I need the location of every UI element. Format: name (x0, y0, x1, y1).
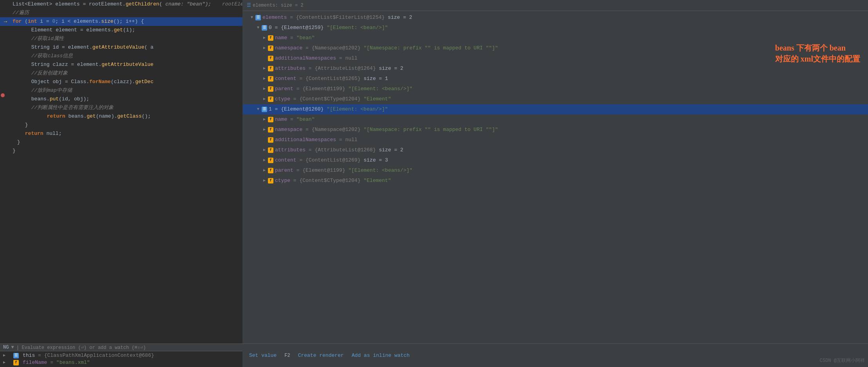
tree-item-1-ctype[interactable]: f ctype = {Content$CType@1204} "Element" (243, 176, 868, 186)
code-line: //反射创建对象 (0, 69, 242, 78)
tree-item-label: parent = {Element@1199} "[Element: <bean… (275, 85, 412, 93)
tree-item-1-addns[interactable]: f additionalNamespaces = null (243, 135, 868, 145)
tree-toggle-icon[interactable] (262, 66, 267, 71)
tree-item-0-attrs[interactable]: f attributes = {AttributeList@1264} size… (243, 64, 868, 74)
field-icon: f (268, 56, 273, 61)
code-panel: List<Element> elements = rootElement.get… (0, 0, 243, 343)
tree-item-0[interactable]: ☰ 0 = {Element@1259} "[Element: <bean/>]… (243, 23, 868, 33)
execution-arrow-icon: → (4, 18, 7, 25)
list-field-icon: ☰ (262, 107, 267, 112)
tree-toggle-icon[interactable] (255, 107, 261, 112)
expand-icon[interactable]: ▶ (3, 352, 11, 359)
field-icon: f (268, 137, 273, 143)
var-row-filename[interactable]: ▶ f fileName = "beans.xml" (3, 359, 239, 366)
code-line: //判断属性中是否有需要注入的对象 (0, 104, 242, 112)
tree-toggle-icon[interactable] (255, 25, 261, 31)
field-icon: f (268, 66, 273, 71)
code-content: Object obj = Class.forName(clazz).getDec (11, 78, 242, 86)
list-field-icon: ☰ (262, 25, 267, 31)
f2-key-badge: F2 (284, 353, 290, 358)
tree-toggle-icon[interactable] (262, 158, 267, 163)
list-icon: ☰ (13, 353, 19, 358)
var-this-label: this = {ClassPathXmlApplicationContext@6… (23, 352, 154, 359)
filter-icon[interactable]: ▼ (11, 345, 14, 350)
vars-rows: ▶ ☰ this = {ClassPathXmlApplicationConte… (0, 351, 242, 367)
code-content: } (11, 121, 242, 129)
tree-item-0-addns[interactable]: f additionalNamespaces = null (243, 53, 868, 64)
breakpoint-icon (1, 93, 5, 97)
code-line: beans.put(id, obj); (0, 95, 242, 104)
tree-item-0-namespace[interactable]: f namespace = {Namespace@1202} "[Namespa… (243, 43, 868, 53)
tree-item-1[interactable]: ☰ 1 = {Element@1260} "[Element: <bean/>]… (243, 104, 868, 114)
var-row-this[interactable]: ▶ ☰ this = {ClassPathXmlApplicationConte… (3, 352, 239, 359)
code-content: String id = element.getAttributeValue( a (11, 44, 242, 51)
left-bottom: NG ▼ | Evaluate expression (⏎) or add a … (0, 344, 243, 367)
list-icon: ☰ (247, 2, 251, 8)
tree-item-0-name[interactable]: f name = "bean" (243, 33, 868, 43)
tree-item-0-content[interactable]: f content = {ContentList@1265} size = 1 (243, 74, 868, 84)
tree-item-1-name[interactable]: f name = "bean" (243, 114, 868, 125)
vars-toolbar: NG ▼ | Evaluate expression (⏎) or add a … (0, 344, 242, 351)
tree-toggle-icon[interactable] (262, 178, 267, 184)
tree-toggle-icon[interactable] (262, 147, 267, 153)
code-content: return null; (11, 130, 242, 138)
tree-toggle-icon[interactable] (262, 86, 267, 92)
tree-item-0-parent[interactable]: f parent = {Element@1199} "[Element: <be… (243, 84, 868, 94)
debug-top-bar: ☰ elements: size = 2 (243, 0, 868, 11)
set-value-button[interactable]: Set value (249, 352, 277, 358)
code-line: return null; (0, 129, 242, 138)
tree-item-0-ctype[interactable]: f ctype = {Content$CType@1204} "Element" (243, 94, 868, 104)
tree-toggle-icon[interactable] (262, 168, 267, 173)
tree-toggle-icon[interactable] (262, 76, 267, 82)
expand-icon[interactable]: ▶ (3, 359, 11, 366)
tree-item-1-content[interactable]: f content = {ContentList@1269} size = 3 (243, 155, 868, 165)
code-content: //遍历 (11, 9, 242, 17)
code-content: return beans.get(name).getClass(); (11, 113, 242, 120)
create-renderer-button[interactable]: Create renderer (298, 352, 344, 358)
tree-toggle-icon[interactable] (262, 127, 267, 133)
code-line: return beans.get(name).getClass(); (0, 112, 242, 121)
code-content: for (int i = 0; i < elements.size(); i++… (11, 18, 242, 25)
code-content: //放到map中存储 (11, 87, 242, 94)
code-content: List<Element> elements = rootElement.get… (11, 0, 243, 8)
tree-toggle-icon[interactable] (262, 35, 267, 41)
field-icon: f (268, 158, 273, 163)
tree-item-1-parent[interactable]: f parent = {Element@1199} "[Element: <be… (243, 165, 868, 176)
field-icon: f (268, 127, 273, 133)
debug-panel: ☰ elements: size = 2 beans 下有两个 bean 对应的… (243, 0, 868, 343)
tree-item-label: content = {ContentList@1265} size = 1 (275, 74, 388, 83)
field-icon: f (268, 168, 273, 173)
tree-toggle-icon[interactable] (249, 15, 255, 20)
tree-item-label: ctype = {Content$CType@1204} "Element" (275, 95, 391, 104)
tree-item-label: parent = {Element@1199} "[Element: <bean… (275, 166, 412, 175)
var-filename-label: fileName = "beans.xml" (23, 359, 90, 366)
tree-item-label: content = {ContentList@1269} size = 3 (275, 156, 388, 165)
tree-item-label: attributes = {AttributeList@1264} size =… (275, 64, 403, 73)
code-content: //判断属性中是否有需要注入的对象 (11, 104, 242, 112)
field-icon: f (13, 360, 19, 365)
code-content: } (11, 147, 242, 155)
tree-toggle-icon[interactable] (262, 117, 267, 122)
code-line: Element element = elements.get(i); (0, 26, 242, 35)
action-bar: Set value F2 Create renderer Add as inli… (243, 344, 868, 367)
tree-item-1-namespace[interactable]: f namespace = {Namespace@1202} "[Namespa… (243, 125, 868, 135)
this-name: this (23, 352, 35, 358)
debug-tree[interactable]: beans 下有两个 bean 对应的 xml文件中的配置 ☰ elements… (243, 11, 868, 343)
code-line: List<Element> elements = rootElement.get… (0, 0, 242, 9)
code-line: String id = element.getAttributeValue( a (0, 43, 242, 52)
code-line: Object obj = Class.forName(clazz).getDec (0, 78, 242, 86)
tree-item-1-attrs[interactable]: f attributes = {AttributeList@1268} size… (243, 145, 868, 155)
tree-toggle-icon[interactable] (262, 45, 267, 51)
tree-item-label: namespace = {Namespace@1202} "[Namespace… (275, 125, 498, 134)
code-content: //获取class信息 (11, 52, 242, 60)
tree-item-label: name = "bean" (275, 34, 315, 42)
add-inline-watch-button[interactable]: Add as inline watch (352, 352, 410, 358)
code-line: } (0, 121, 242, 129)
tree-item-label: 0 = {Element@1259} "[Element: <bean/>]" (269, 24, 388, 32)
tree-item-elements[interactable]: ☰ elements = {ContentList$FilterList@125… (243, 13, 868, 23)
tree-toggle-icon[interactable] (262, 96, 267, 102)
code-content: beans.put(id, obj); (11, 95, 242, 103)
field-icon: f (268, 96, 273, 102)
code-content: String clazz = element.getAttributeValue (11, 61, 242, 69)
field-icon: f (268, 86, 273, 92)
